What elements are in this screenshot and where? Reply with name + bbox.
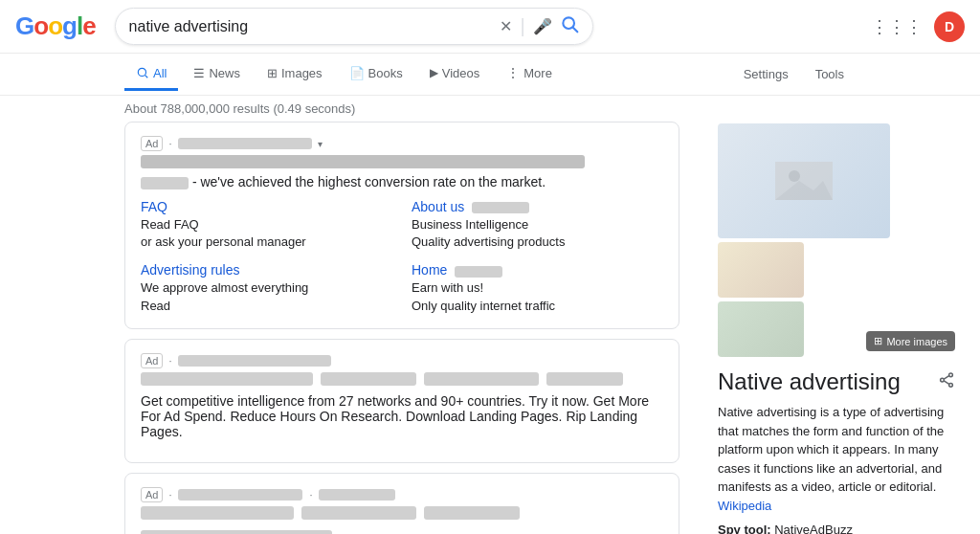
header-right: ⋮⋮⋮ D <box>871 11 965 42</box>
ad-link-faq-line1: Read FAQ <box>141 216 392 234</box>
ad-url-blur-1 <box>178 138 312 149</box>
ad-box-3: Ad · · Drive quality traffic! Higher ROI… <box>124 473 679 534</box>
header: Google ✕ | 🎤 ⋮⋮⋮ D <box>0 0 980 54</box>
images-icon-small: ⊞ <box>874 335 882 347</box>
ad-link-about-line2: Quality advertising products <box>412 234 663 251</box>
grid-icon[interactable]: ⋮⋮⋮ <box>871 16 923 37</box>
ad-url-blur-3 <box>178 489 302 501</box>
kg-image-top-right[interactable] <box>718 242 804 298</box>
ad-url-row-3: Ad · · <box>141 487 663 502</box>
ad-link-rules-line2: Read <box>141 298 392 315</box>
svg-point-8 <box>941 378 945 382</box>
right-column: ⊞ More images Native advertising Native … <box>718 122 955 534</box>
main-layout: Ad · ▾ - we've achieved the highest conv… <box>0 122 980 534</box>
ad-link-home: Home Earn with us! Only quality internet… <box>412 262 663 314</box>
kg-image-bottom-right[interactable] <box>718 301 804 357</box>
nav-item-books[interactable]: 📄 Books <box>338 58 414 91</box>
knowledge-description: Native advertising is a type of advertis… <box>718 403 955 515</box>
ad-link-about-line1: Business Intelligence <box>412 216 663 234</box>
svg-line-10 <box>944 380 948 383</box>
google-logo: Google <box>15 11 96 41</box>
svg-point-7 <box>949 372 953 376</box>
divider: | <box>520 15 524 37</box>
ad-title-blur-1 <box>141 155 585 168</box>
svg-line-11 <box>944 375 948 378</box>
ad-link-home-line2: Only quality internet traffic <box>412 298 663 315</box>
search-input[interactable] <box>129 18 493 35</box>
ad-url-blur-2 <box>178 355 331 367</box>
clear-icon[interactable]: ✕ <box>500 17 512 35</box>
ad-link-rules-line1: We approve almost everything <box>141 279 392 297</box>
news-icon: ☰ <box>193 66 205 80</box>
ad2-title-blur-4 <box>546 372 623 386</box>
ad-desc-2: Get competitive intelligence from 27 net… <box>141 393 663 439</box>
results-info: About 788,000,000 results (0.49 seconds) <box>0 96 980 122</box>
nav-item-more[interactable]: ⋮ More <box>495 57 564 91</box>
share-icon[interactable] <box>938 371 955 393</box>
ad2-title-blur-1 <box>141 372 313 386</box>
nav-item-videos[interactable]: ▶ Videos <box>418 58 492 91</box>
ad-link-rules-title[interactable]: Advertising rules <box>141 262 392 278</box>
ad-url-row-2: Ad · <box>141 353 663 368</box>
books-icon: 📄 <box>349 66 365 80</box>
ad-label-2: Ad <box>141 353 163 368</box>
ad-links-1: FAQ Read FAQ or ask your personal manage… <box>141 199 663 315</box>
svg-point-2 <box>138 68 145 76</box>
ad-label-1: Ad <box>141 136 163 151</box>
search-button[interactable] <box>560 14 579 38</box>
kg-image-main[interactable] <box>718 123 890 238</box>
ad-label-3: Ad <box>141 487 163 502</box>
wikipedia-link[interactable]: Wikipedia <box>718 499 771 513</box>
ad-link-faq-line2: or ask your personal manager <box>141 234 392 251</box>
knowledge-title: Native advertising <box>718 368 901 395</box>
ad-about-url-blur <box>472 202 529 213</box>
ad-box-1: Ad · ▾ - we've achieved the highest conv… <box>124 122 679 329</box>
ad-home-url-blur <box>455 266 502 278</box>
ad-link-home-line1: Earn with us! <box>412 279 663 297</box>
ad3-title-blur-3 <box>424 506 520 520</box>
nav-bar: All ☰ News ⊞ Images 📄 Books ▶ Videos ⋮ M… <box>0 54 980 96</box>
ad3-line2-blur <box>141 530 332 534</box>
svg-line-3 <box>145 76 148 78</box>
ad-url-subtitle-blur-3 <box>319 489 395 501</box>
nav-item-all[interactable]: All <box>124 58 178 91</box>
ad-link-about-title[interactable]: About us <box>412 199 663 214</box>
knowledge-images: ⊞ More images <box>718 123 955 357</box>
settings-tools: Settings Tools <box>732 59 856 89</box>
more-images-button[interactable]: ⊞ More images <box>866 331 955 351</box>
ad3-title-area <box>141 506 663 520</box>
ad-link-faq-title[interactable]: FAQ <box>141 199 392 214</box>
settings-button[interactable]: Settings <box>732 59 800 89</box>
more-icon: ⋮ <box>506 65 520 80</box>
avatar[interactable]: D <box>934 11 965 42</box>
ad-box-2: Ad · Get competitive intelligence from 2… <box>124 339 679 463</box>
videos-icon: ▶ <box>430 66 438 79</box>
spy-tool-row: Spy tool: NativeAdBuzz nativeadvertising… <box>718 523 955 534</box>
svg-point-5 <box>789 170 800 182</box>
tools-button[interactable]: Tools <box>804 59 856 89</box>
ad3-title-blur-2 <box>301 506 416 520</box>
ad-link-faq: FAQ Read FAQ or ask your personal manage… <box>141 199 392 251</box>
ad-link-about: About us Business Intelligence Quality a… <box>412 199 663 251</box>
images-icon: ⊞ <box>267 66 278 80</box>
ad-dropdown-1[interactable]: ▾ <box>318 139 323 149</box>
nav-item-news[interactable]: ☰ News <box>182 58 252 91</box>
svg-line-1 <box>572 28 577 33</box>
ad-desc-1: - we've achieved the highest conversion … <box>141 174 663 189</box>
ad3-line2-area <box>141 527 663 534</box>
knowledge-title-row: Native advertising <box>718 368 955 395</box>
left-column: Ad · ▾ - we've achieved the highest conv… <box>124 122 679 534</box>
ad2-title-blur-2 <box>321 372 416 386</box>
ad2-title-blur-3 <box>424 372 539 386</box>
ad2-title-area <box>141 372 663 386</box>
search-bar: ✕ | 🎤 <box>115 8 593 45</box>
nav-item-images[interactable]: ⊞ Images <box>256 58 334 91</box>
mic-icon[interactable]: 🎤 <box>533 17 552 35</box>
ad-link-home-title[interactable]: Home <box>412 262 663 278</box>
svg-point-9 <box>949 383 953 387</box>
ad-link-rules: Advertising rules We approve almost ever… <box>141 262 392 314</box>
ad-url-row-1: Ad · ▾ <box>141 136 663 151</box>
ad-desc-blur-1 <box>141 177 189 189</box>
ad3-title-blur-1 <box>141 506 294 520</box>
